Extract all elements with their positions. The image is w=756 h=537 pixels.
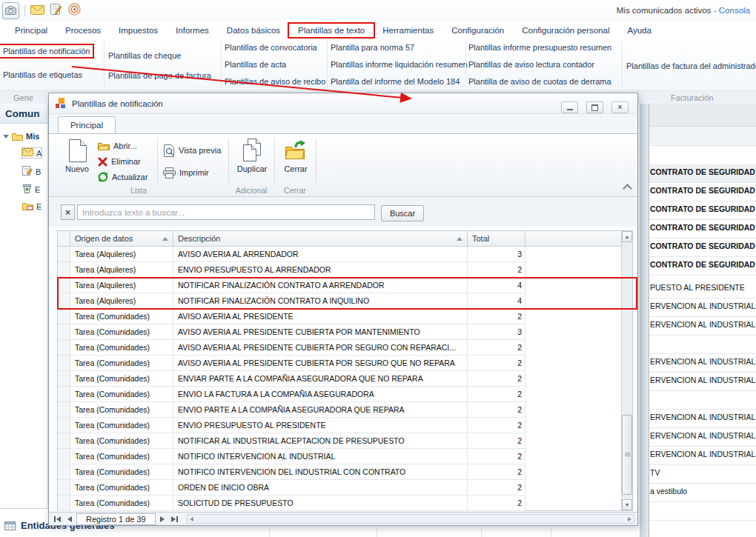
ribbon-item-2-2[interactable]: Plantillas de aviso de recibo — [225, 77, 325, 86]
list-item[interactable]: CONTRATO DE SEGURIDAD - — [649, 183, 756, 201]
table-row[interactable]: Tarea (Comunidades)AVISO AVERIA AL PRESI… — [58, 356, 632, 371]
list-item[interactable]: PUESTO AL PRESIDENTE — [649, 280, 756, 298]
menu-item-7[interactable]: Configuración — [442, 24, 513, 37]
broadcast-icon[interactable] — [67, 2, 82, 19]
tree-root-node[interactable]: Mis — [3, 132, 39, 141]
search-input[interactable] — [77, 204, 375, 220]
minimize-button[interactable] — [561, 101, 578, 113]
vista-previa-button[interactable]: Vista previa — [163, 144, 221, 157]
ribbon-item-4-0[interactable]: Plantillas informe presupuesto resumen — [468, 43, 611, 52]
table-row[interactable]: Tarea (Comunidades)ENVIO PARTE A LA COMP… — [58, 402, 632, 418]
menu-item-6[interactable]: Herramientas — [374, 24, 442, 37]
table-row[interactable]: Tarea (Comunidades)AVISO AVERIA AL PRESI… — [58, 324, 632, 340]
scroll-right-icon[interactable] — [628, 517, 631, 521]
table-row[interactable]: Tarea (Comunidades)ENVIO LA FACTURA A LA… — [58, 387, 632, 402]
list-item[interactable] — [649, 502, 756, 521]
table-row[interactable]: Tarea (Comunidades)NOTIFICO INTERVENCION… — [58, 464, 632, 480]
ribbon-item-2-0[interactable]: Plantillas de convocatoria — [225, 43, 317, 52]
ribbon-item-0-0[interactable]: Plantillas de notificación — [0, 44, 94, 59]
scroll-down-icon[interactable]: ▼ — [622, 499, 632, 510]
caption-link[interactable]: - Consola — [714, 6, 750, 15]
menu-item-4[interactable]: Datos básicos — [218, 24, 289, 37]
tree-item-0[interactable]: A — [22, 148, 42, 158]
list-item[interactable]: CONTRATO DE SEGURIDAD - — [649, 257, 756, 276]
close-button[interactable]: × — [611, 101, 629, 113]
first-record-button[interactable] — [52, 516, 63, 522]
ribbon-item-5-0[interactable]: Plantillas de factura del administrador — [626, 61, 756, 70]
list-item[interactable]: CONTRATO DE SEGURIDAD - — [649, 201, 756, 220]
list-item[interactable] — [649, 521, 756, 537]
collapse-ribbon-icon[interactable] — [623, 184, 632, 193]
table-row[interactable]: Tarea (Comunidades)SOLICITUD DE PRESUPUE… — [58, 496, 632, 511]
ribbon-item-3-2[interactable]: Plantilla del informe del Modelo 184 — [331, 77, 460, 86]
menu-item-5[interactable]: Plantillas de texto — [289, 24, 374, 37]
app-icon[interactable] — [2, 2, 19, 19]
table-row[interactable]: Tarea (Comunidades)NOTIFICO INTERVENCION… — [58, 449, 632, 464]
table-row[interactable]: Tarea (Alquileres)AVISO AVERIA AL ARREND… — [58, 247, 632, 262]
ribbon-item-1-0[interactable]: Plantillas de cheque — [108, 51, 181, 60]
list-item[interactable]: ERVENCION AL INDUSTRIAL — [649, 428, 756, 447]
eliminar-button[interactable]: Eliminar — [98, 155, 141, 168]
scroll-left-icon[interactable] — [190, 517, 193, 521]
ribbon-item-0-1[interactable]: Plantillas de etiquetas — [3, 70, 82, 79]
ribbon-item-4-2[interactable]: Plantilla de aviso de cuotas de derrama — [468, 77, 611, 86]
menu-item-1[interactable]: Procesos — [56, 24, 110, 37]
column-header-2[interactable]: Total — [468, 231, 525, 246]
table-row[interactable]: Tarea (Comunidades)NOTIFICAR AL INDUSTRI… — [58, 433, 632, 449]
menu-item-8[interactable]: Configuración personal — [513, 24, 618, 37]
next-record-button[interactable] — [158, 516, 167, 522]
abrir-button[interactable]: Abrir... — [98, 139, 137, 153]
clear-search-button[interactable]: × — [61, 204, 75, 220]
menu-item-9[interactable]: Ayuda — [619, 24, 660, 37]
column-header-1[interactable]: Descripción — [173, 231, 468, 246]
notes-icon[interactable] — [50, 3, 62, 19]
table-row[interactable]: Tarea (Alquileres)ENVIO PRESUPUESTO AL A… — [58, 262, 632, 278]
last-record-button[interactable] — [169, 516, 180, 522]
list-item[interactable]: ERVENCION AL INDUSTRIAL — [649, 298, 756, 317]
list-item[interactable] — [649, 336, 756, 354]
list-item[interactable]: CONTRATO DE SEGURIDAD - — [649, 220, 756, 239]
tree-item-3[interactable]: E — [22, 201, 42, 212]
list-item[interactable]: ERVENCION AL INDUSTRIAL — [649, 410, 756, 428]
menu-item-3[interactable]: Informes — [167, 24, 218, 37]
list-item[interactable]: ERVENCION AL INDUSTRIAL — [649, 317, 756, 336]
tree-item-1[interactable]: B — [22, 166, 41, 177]
list-item[interactable]: a vestibulo — [649, 484, 756, 502]
table-row[interactable]: Tarea (Comunidades)AVISO AVERIA AL PRESI… — [58, 309, 632, 324]
grid-horizontal-scrollbar[interactable] — [187, 514, 634, 524]
imprimir-button[interactable]: Imprimir — [163, 166, 209, 179]
scrollbar-thumb[interactable] — [622, 415, 632, 495]
right-panel-scrollbar[interactable] — [640, 104, 649, 537]
maximize-button[interactable] — [586, 101, 603, 113]
mail-icon[interactable] — [30, 4, 44, 18]
list-item[interactable]: ERVENCION AL INDUSTRIAL — [649, 354, 756, 373]
column-header-0[interactable]: Origen de datos — [70, 231, 173, 246]
list-item[interactable]: CONTRATO DE SEGURIDAD - — [649, 239, 756, 257]
table-row[interactable]: Tarea (Comunidades)AVISO AVERIA AL PRESI… — [58, 340, 632, 356]
nuevo-button[interactable]: Nuevo — [59, 138, 95, 173]
tab-principal[interactable]: Principal — [58, 116, 116, 133]
menu-item-0[interactable]: Principal — [6, 24, 56, 37]
chevron-down-icon[interactable] — [3, 135, 9, 139]
tree-item-2[interactable]: E — [22, 184, 40, 195]
ribbon-item-1-1[interactable]: Plantillas de pago de factura — [108, 71, 211, 80]
table-row[interactable]: Tarea (Comunidades)ENVIO PRESUPUESTO AL … — [58, 418, 632, 433]
table-row[interactable]: Tarea (Comunidades)ORDEN DE INICIO OBRA2 — [58, 480, 632, 496]
menu-item-2[interactable]: Impuestos — [110, 24, 167, 37]
ribbon-item-3-1[interactable]: Plantillas informe liquidación resumen — [331, 60, 468, 69]
ribbon-item-4-1[interactable]: Plantillas de aviso lectura contador — [468, 60, 594, 69]
dialog-title-bar[interactable]: Plantillas de notificación — [49, 93, 637, 114]
ribbon-item-3-0[interactable]: Plantilla para norma 57 — [331, 43, 414, 52]
cerrar-button[interactable]: Cerrar — [277, 138, 314, 173]
ribbon-item-2-1[interactable]: Plantillas de acta — [225, 60, 286, 69]
list-item[interactable] — [649, 391, 756, 410]
list-item[interactable]: ERVENCION AL INDUSTRIAL — [649, 373, 756, 391]
table-row[interactable]: Tarea (Comunidades)ENVIAR PARTE A LA COM… — [58, 371, 632, 387]
buscar-button[interactable]: Buscar — [381, 205, 424, 221]
actualizar-button[interactable]: Actualizar — [98, 170, 147, 184]
prev-record-button[interactable] — [65, 516, 74, 522]
list-item[interactable]: CONTRATO DE SEGURIDAD - — [649, 164, 756, 183]
duplicar-button[interactable]: Duplicar — [233, 138, 271, 173]
grid-vertical-scrollbar[interactable]: ▲ ▼ — [621, 231, 632, 510]
list-item[interactable]: ERVENCION AL INDUSTRIAL — [649, 447, 756, 465]
